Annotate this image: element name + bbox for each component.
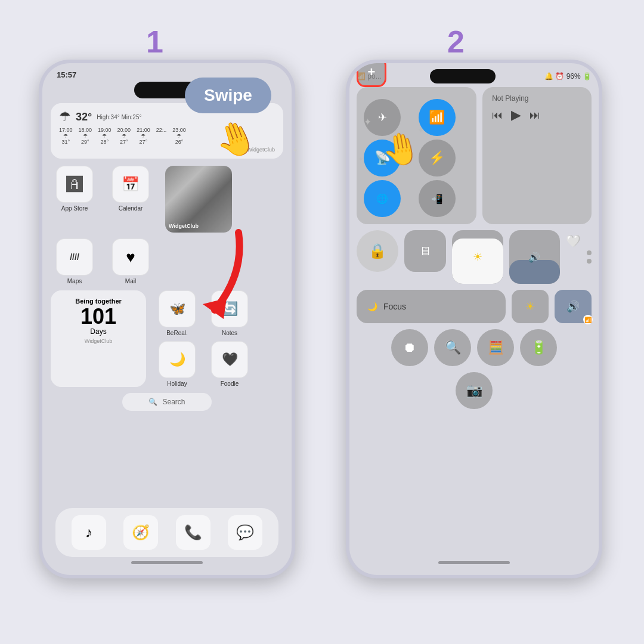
small-app-grid: 🦋 BeReal. 🔄 Notes 🌙 Holiday 🖤 Foodie bbox=[153, 290, 253, 387]
dynamic-island-2 bbox=[430, 69, 496, 83]
bottom-widgets-row: Being together 101 Days WidgetClub 🦋 BeR… bbox=[51, 290, 283, 387]
dock: ♪ 🧭 📞 💬 bbox=[49, 508, 284, 557]
countdown-widget: Being together 101 Days WidgetClub bbox=[51, 290, 146, 387]
weather-temp: 32° bbox=[76, 111, 92, 123]
marble-widget-area: WidgetClub bbox=[163, 166, 232, 233]
health-icon: 🤍 bbox=[566, 230, 581, 284]
cc-battery: 🔔 ⏰ 96% 🔋 bbox=[544, 72, 592, 80]
app-icon-notes[interactable]: 🔄 Notes bbox=[206, 290, 253, 336]
search-icon: 🔍 bbox=[148, 398, 157, 406]
countdown-number: 101 bbox=[59, 306, 138, 327]
airdrop-btn[interactable]: 📲 bbox=[419, 180, 456, 217]
not-playing-label: Not Playing bbox=[492, 94, 582, 103]
camera-btn[interactable]: 📷 bbox=[456, 372, 493, 409]
status-time-1: 15:57 bbox=[57, 70, 76, 79]
bluetooth-btn[interactable]: ⚡ bbox=[419, 140, 456, 177]
dock-music[interactable]: ♪ bbox=[72, 515, 106, 550]
cc-extra-btns: 🌐 📲 bbox=[364, 180, 469, 217]
step-number-1: 1 bbox=[146, 24, 163, 60]
screen-mirror-btn[interactable]: 🖥 bbox=[404, 230, 446, 272]
music-panel: Not Playing ⏮ ▶ ⏭ bbox=[482, 87, 592, 224]
plus-btn-container: + bbox=[357, 63, 386, 87]
app-label-maps: Maps bbox=[51, 278, 98, 284]
volume-mini-btn[interactable]: 🔊 📶 bbox=[555, 290, 592, 323]
app-label-appstore: App Store bbox=[51, 205, 98, 212]
dock-messages[interactable]: 💬 bbox=[228, 515, 262, 550]
cc-focus-row: 🌙 Focus ☀ 🔊 📶 bbox=[357, 290, 592, 323]
app-label-foodie: Foodie bbox=[206, 380, 253, 387]
cc-camera-row: 📷 bbox=[357, 372, 592, 409]
app-label-calendar: Calendar bbox=[107, 205, 154, 212]
weather-icon: ☂ bbox=[59, 109, 71, 125]
calculator-btn[interactable]: 🧮 bbox=[477, 329, 514, 366]
connectivity-dots bbox=[587, 230, 592, 284]
add-widget-button[interactable]: + bbox=[357, 63, 386, 87]
app-icon-mail[interactable]: ♥ Mail bbox=[107, 239, 154, 284]
step-number-2: 2 bbox=[447, 24, 465, 60]
home-indicator-1 bbox=[131, 561, 203, 564]
moon-icon: 🌙 bbox=[367, 302, 377, 311]
search-bar[interactable]: 🔍 Search bbox=[122, 393, 212, 411]
battery-btn[interactable]: 🔋 bbox=[520, 329, 557, 366]
zoom-btn[interactable]: 🔍 bbox=[434, 329, 471, 366]
sparkle-3: ✦ bbox=[358, 155, 364, 163]
brightness-slider[interactable]: ☀ bbox=[452, 230, 503, 284]
brightness-mini-btn[interactable]: ☀ bbox=[512, 290, 549, 323]
next-track-btn[interactable]: ⏭ bbox=[530, 109, 540, 122]
app-label-mail: Mail bbox=[107, 278, 154, 284]
cc-status-bar: 📶 po... 🔔 ⏰ 96% 🔋 bbox=[349, 63, 599, 87]
marble-widget[interactable]: WidgetClub bbox=[165, 166, 232, 233]
play-btn[interactable]: ▶ bbox=[511, 107, 521, 123]
app-icon-maps[interactable]: //// Maps bbox=[51, 239, 98, 284]
weather-high-low: High:34° Min:25° bbox=[97, 114, 141, 120]
screen-record-btn[interactable]: ⏺ bbox=[391, 329, 428, 366]
music-controls: ⏮ ▶ ⏭ bbox=[492, 107, 582, 123]
app-icon-appstore[interactable]: 🅰 App Store bbox=[51, 166, 98, 233]
app-row-1: 🅰 App Store 📅 Calendar WidgetClub bbox=[51, 166, 283, 233]
wifi-icon-btn[interactable]: 🌐 bbox=[364, 180, 401, 217]
home-indicator-2 bbox=[438, 561, 510, 564]
app-icon-calendar[interactable]: 📅 Calendar bbox=[107, 166, 154, 233]
app-icon-holiday[interactable]: 🌙 Holiday bbox=[153, 341, 201, 387]
screen-lock-btn[interactable]: 🔒 bbox=[357, 230, 398, 272]
focus-label: Focus bbox=[383, 302, 406, 311]
sparkle-2: ✦ bbox=[417, 125, 425, 135]
volume-slider[interactable]: 🔊 bbox=[509, 230, 561, 284]
cc-middle-row: 🔒 🖥 ☀ 🔊 🤍 bbox=[357, 230, 592, 284]
countdown-sub: WidgetClub bbox=[59, 338, 138, 344]
swipe-badge: Swipe bbox=[185, 78, 271, 113]
countdown-days: Days bbox=[59, 327, 138, 336]
search-label: Search bbox=[162, 398, 185, 406]
cc-bottom-controls: ⏺ 🔍 🧮 🔋 bbox=[357, 329, 592, 366]
app-icon-bereal[interactable]: 🦋 BeReal. bbox=[153, 290, 201, 336]
sparkle-1: ✦ bbox=[364, 116, 371, 128]
dock-safari[interactable]: 🧭 bbox=[123, 515, 158, 550]
app-label-holiday: Holiday bbox=[153, 380, 201, 387]
app-row-2: //// Maps ♥ Mail bbox=[51, 239, 283, 284]
hand-cursor-2: 🤚 bbox=[379, 128, 423, 171]
prev-track-btn[interactable]: ⏮ bbox=[492, 109, 503, 122]
sparkle-5: ✦ bbox=[292, 146, 298, 154]
dock-phone[interactable]: 📞 bbox=[176, 515, 210, 550]
app-label-bereal: BeReal. bbox=[153, 330, 201, 336]
app-label-notes: Notes bbox=[206, 330, 253, 336]
app-icon-foodie[interactable]: 🖤 Foodie bbox=[206, 341, 253, 387]
focus-btn[interactable]: 🌙 Focus bbox=[357, 290, 506, 323]
